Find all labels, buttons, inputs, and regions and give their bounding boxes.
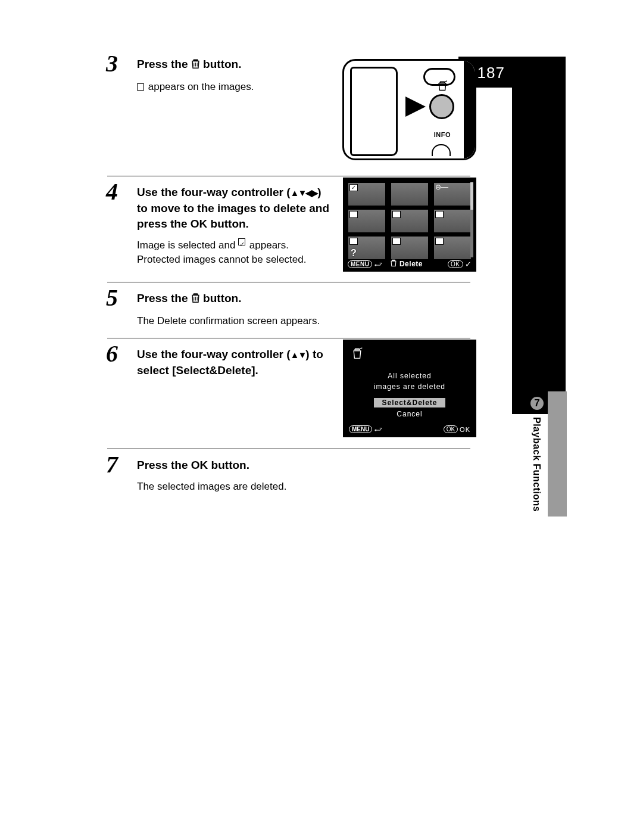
- thumbnail: [391, 236, 429, 260]
- menu-pill: MENU: [348, 260, 372, 268]
- step-heading: Press the OK button.: [137, 458, 470, 474]
- trash-icon: [191, 292, 200, 308]
- trash-icon: [351, 347, 363, 363]
- checkbox-empty-icon: [137, 83, 144, 91]
- checkbox-empty-icon: [435, 238, 444, 245]
- text: Use the four-way controller: [137, 186, 286, 198]
- text: Image is selected and: [137, 239, 238, 251]
- text: images are deleted: [374, 382, 445, 391]
- trash-icon: [390, 259, 397, 269]
- ok-glyph: OK: [191, 459, 208, 471]
- delete-button: [429, 94, 454, 119]
- step-body: The selected images are deleted.: [137, 480, 470, 494]
- text: All selected: [388, 372, 431, 380]
- thumbnail-protected: [433, 182, 472, 206]
- menu-pill: MENU: [349, 425, 372, 433]
- thumbnail: [348, 209, 386, 233]
- step-4: 4 Use the four-way controller (▲▼◀▶) to …: [107, 176, 470, 282]
- step-6: 6 Use the four-way controller (▲▼) to se…: [107, 338, 470, 449]
- info-label: INFO: [434, 131, 451, 138]
- lcd-footer: MENU ⮐ OK OK: [344, 425, 475, 434]
- arrows-updown-icon: ▲▼: [291, 350, 306, 360]
- text: appears on the images.: [145, 81, 254, 92]
- scrollbar: [470, 182, 473, 257]
- trash-icon: [435, 80, 450, 95]
- text: button.: [203, 292, 241, 304]
- ok-pill: OK: [444, 425, 458, 433]
- ok-glyph: OK: [191, 217, 208, 230]
- text: Protected images cannot be selected.: [137, 254, 306, 265]
- option-cancel: Cancel: [344, 410, 475, 418]
- step-number: 4: [106, 180, 118, 204]
- checkbox-empty-icon: [392, 211, 401, 218]
- pointer-arrow-icon: [405, 97, 426, 117]
- side-black-bar: [512, 57, 566, 414]
- thumbnail: [391, 182, 429, 206]
- arrows-4way-icon: ▲▼◀▶: [291, 188, 318, 198]
- text: Press the: [137, 459, 191, 471]
- step-body: The Delete confirmation screen appears.: [137, 314, 470, 329]
- step-body: Image is selected and appears. Protected…: [137, 238, 339, 267]
- thumbnail: [433, 236, 472, 260]
- chapter-title: Playback Functions: [531, 417, 542, 512]
- checkbox-checked-icon: [238, 238, 245, 245]
- thumbnail: ?: [348, 236, 386, 260]
- check-icon: ✓: [465, 260, 472, 269]
- check-icon: ✓: [349, 184, 358, 191]
- step6-illustration: All selected images are deleted Select&D…: [343, 341, 476, 438]
- checkbox-empty-icon: [435, 211, 444, 218]
- steps-list: 3 Press the button. appears on the image…: [107, 57, 470, 503]
- text: button.: [203, 58, 241, 70]
- text: button.: [207, 217, 249, 230]
- step-3: 3 Press the button. appears on the image…: [107, 57, 470, 176]
- dialog-message: All selected images are deleted: [344, 371, 475, 392]
- thumbnail: ✓: [348, 182, 386, 206]
- text: button.: [208, 459, 249, 471]
- ok-text: OK: [460, 426, 470, 433]
- step-heading: Use the four-way controller (▲▼◀▶) to mo…: [137, 185, 333, 232]
- step-number: 3: [106, 52, 118, 76]
- manual-page: 187 7 Playback Functions 3 Press the but…: [0, 0, 643, 840]
- text: Use the four-way controller: [137, 348, 286, 360]
- chapter-number: 7: [529, 396, 545, 411]
- step-number: 5: [106, 286, 118, 310]
- text: Press the: [137, 58, 191, 70]
- side-gray-tab: [548, 391, 567, 517]
- text: Press the: [137, 292, 191, 304]
- step-heading: Press the button.: [137, 291, 470, 308]
- step-number: 6: [106, 342, 118, 366]
- step4-illustration: ✓ ? MENU ⮐: [343, 179, 476, 273]
- option-select-delete: Select&Delete: [374, 398, 445, 407]
- checkbox-empty-icon: [349, 211, 358, 218]
- checkbox-empty-icon: [349, 238, 358, 245]
- step-heading: Use the four-way controller (▲▼) to sele…: [137, 347, 333, 378]
- lcd-outline: [350, 67, 398, 156]
- step3-illustration: INFO: [342, 59, 476, 160]
- trash-icon: [191, 58, 200, 74]
- info-button-icon: [432, 144, 451, 156]
- lcd-footer: MENU ⮐ Delete OK ✓: [344, 257, 475, 270]
- thumbnail-grid: ✓ ?: [348, 182, 472, 260]
- thumbnail: [391, 209, 429, 233]
- back-arrow-icon: ⮐: [374, 425, 382, 434]
- step-number: 7: [106, 453, 118, 477]
- step-5: 5 Press the button. The Delete confirmat…: [107, 282, 470, 338]
- dialog-options: Select&Delete Cancel: [344, 398, 475, 418]
- back-arrow-icon: ⮐: [374, 260, 383, 269]
- delete-label: Delete: [399, 260, 423, 268]
- text: appears.: [246, 239, 289, 251]
- step-7: 7 Press the OK button. The selected imag…: [107, 449, 470, 503]
- thumbnail: [433, 209, 472, 233]
- ok-pill: OK: [448, 260, 463, 268]
- checkbox-empty-icon: [392, 238, 401, 245]
